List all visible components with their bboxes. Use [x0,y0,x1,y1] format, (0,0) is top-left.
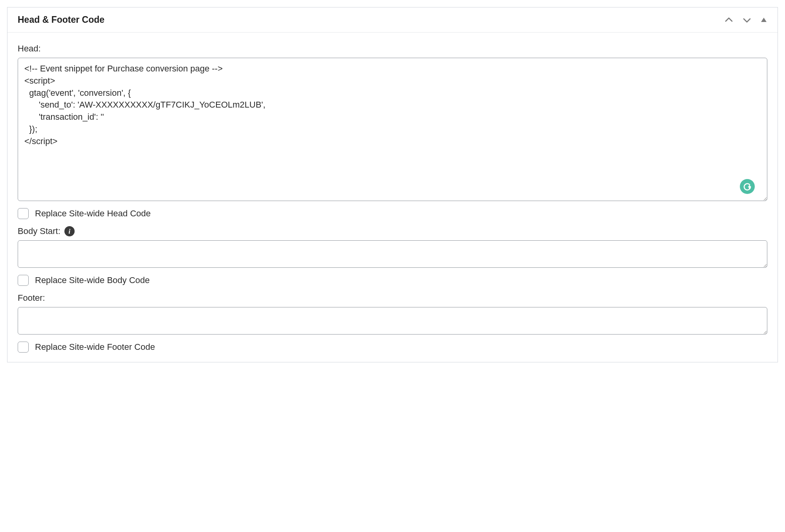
replace-head-checkbox-row[interactable]: Replace Site-wide Head Code [18,201,767,219]
replace-footer-checkbox-label: Replace Site-wide Footer Code [35,342,155,352]
triangle-up-icon[interactable] [760,16,767,24]
replace-body-checkbox[interactable] [18,275,29,286]
footer-textarea-wrap [18,307,767,335]
info-icon[interactable]: i [64,226,75,236]
footer-textarea[interactable] [18,307,767,335]
head-textarea[interactable] [18,58,767,201]
head-footer-code-panel: Head & Footer Code Head: [7,7,778,362]
svg-marker-0 [761,18,767,22]
replace-body-checkbox-label: Replace Site-wide Body Code [35,275,150,285]
chevron-up-icon[interactable] [724,15,734,25]
replace-footer-checkbox-row[interactable]: Replace Site-wide Footer Code [18,335,767,353]
replace-footer-checkbox[interactable] [18,342,29,353]
replace-head-checkbox[interactable] [18,208,29,219]
replace-body-checkbox-row[interactable]: Replace Site-wide Body Code [18,268,767,286]
head-textarea-wrap [18,58,767,201]
body-start-label-text: Body Start: [18,226,60,236]
panel-header-controls [724,15,767,25]
chevron-down-icon[interactable] [742,15,752,25]
body-start-label: Body Start: i [18,219,767,240]
grammarly-icon[interactable] [740,179,755,194]
footer-label: Footer: [18,286,767,307]
panel-header: Head & Footer Code [7,7,778,33]
body-textarea-wrap [18,240,767,268]
replace-head-checkbox-label: Replace Site-wide Head Code [35,208,151,219]
head-label: Head: [18,37,767,58]
panel-body: Head: Replace Site-wide Head Code Body S… [7,33,778,362]
body-start-textarea[interactable] [18,240,767,268]
panel-title: Head & Footer Code [18,15,104,25]
